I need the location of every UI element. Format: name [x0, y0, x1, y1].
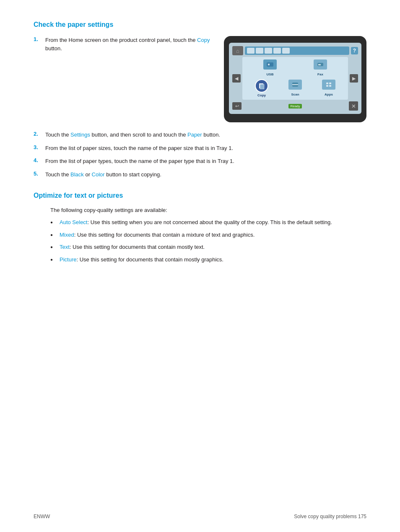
picture-link: Picture [60, 256, 76, 263]
bullet-text-1: Auto Select: Use this setting when you a… [60, 218, 332, 227]
apps-item: Apps [322, 80, 335, 97]
bullet-text-4: Picture: Use this setting for documents … [60, 256, 223, 264]
section1-content-row: 1. From the Home screen on the product c… [34, 36, 366, 122]
bullet-item-mixed: ● Mixed: Use this setting for documents … [50, 231, 366, 239]
bullet-dot-2: ● [50, 232, 56, 238]
black-link: Black [70, 171, 84, 178]
fax-label: Fax [317, 72, 323, 76]
svg-rect-5 [260, 84, 264, 89]
step-5: 5. Touch the Black or Color button to st… [34, 170, 366, 179]
step5-text: Touch the Black or Color button to start… [45, 170, 161, 179]
bullet-text-2: Mixed: Use this setting for documents th… [60, 231, 255, 239]
steps-2-5: 2. Touch the Settings button, and then s… [34, 131, 366, 178]
icon1 [247, 48, 255, 54]
left-arrow-btn[interactable]: ◀ [232, 74, 241, 83]
right-arrow-btn[interactable]: ▶ [350, 74, 358, 83]
step1-text: From the Home screen on the product cont… [45, 36, 216, 52]
step-2: 2. Touch the Settings button, and then s… [34, 131, 366, 139]
auto-select-link: Auto Select [60, 219, 88, 225]
bullet-text-3: Text: Use this setting for documents tha… [60, 243, 205, 251]
icon2 [256, 48, 263, 54]
printer-lcd-screen: ⌂ ? ◀ [229, 43, 361, 114]
apps-label: Apps [325, 93, 333, 96]
scan-item: Scan [288, 80, 302, 97]
step1-number: 1. [34, 36, 45, 42]
section2-intro: The following copy-quality settings are … [50, 207, 366, 213]
scan-label: Scan [291, 93, 299, 96]
ready-badge: Ready [288, 104, 301, 108]
settings-link: Settings [70, 132, 90, 138]
step-3: 3. From the list of paper sizes, touch t… [34, 144, 366, 152]
step3-number: 3. [34, 144, 45, 150]
copy-btn-circle[interactable] [255, 79, 268, 93]
paper-link: Paper [187, 132, 202, 138]
home-icon: ⌂ [232, 46, 243, 55]
section2-body: The following copy-quality settings are … [50, 207, 366, 263]
fax-icon [314, 59, 327, 70]
scan-icon [288, 80, 302, 90]
step3-text: From the list of paper sizes, touch the … [45, 144, 233, 152]
screen-app-grid: USB Fax [242, 57, 348, 100]
fax-item: Fax [314, 59, 327, 77]
section1-title: Check the paper settings [34, 21, 366, 28]
section1: Check the paper settings 1. From the Hom… [34, 21, 366, 178]
question-icon: ? [351, 47, 358, 54]
svg-rect-10 [326, 85, 328, 87]
screen-top-row: ⌂ ? [232, 46, 358, 55]
bullet-list: ● Auto Select: Use this setting when you… [50, 218, 366, 263]
svg-rect-1 [268, 64, 270, 65]
usb-icon [263, 59, 277, 70]
footer: ENWW Solve copy quality problems 175 [34, 514, 366, 519]
top-icon-bar [245, 46, 349, 55]
icon3 [265, 48, 272, 54]
copy-item: Copy [255, 79, 268, 97]
copy-link: Copy [197, 37, 210, 43]
footer-left: ENWW [34, 514, 50, 519]
svg-rect-3 [318, 64, 321, 65]
usb-item: USB [263, 59, 277, 77]
back-btn[interactable]: ↩ [232, 102, 242, 110]
bullet-dot-3: ● [50, 244, 56, 250]
step-4: 4. From the list of paper types, touch t… [34, 157, 366, 165]
step-1: 1. From the Home screen on the product c… [34, 36, 216, 52]
section2-title: Optimize for text or pictures [34, 192, 366, 199]
mixed-link: Mixed [60, 232, 74, 238]
footer-right: Solve copy quality problems 175 [294, 514, 366, 519]
bullet-item-picture: ● Picture: Use this setting for document… [50, 256, 366, 264]
color-link: Color [92, 171, 105, 178]
screen-bottom-row: ↩ Ready ✕ [232, 101, 358, 111]
step2-number: 2. [34, 131, 45, 137]
bullet-item-autoselect: ● Auto Select: Use this setting when you… [50, 218, 366, 227]
close-btn[interactable]: ✕ [349, 101, 358, 111]
step2-text: Touch the Settings button, and then scro… [45, 131, 220, 139]
usb-label: USB [267, 72, 274, 76]
step1-col: 1. From the Home screen on the product c… [34, 36, 224, 57]
section2: Optimize for text or pictures The follow… [34, 192, 366, 263]
icon5 [282, 48, 290, 54]
printer-mockup: ⌂ ? ◀ [224, 36, 366, 122]
svg-rect-0 [267, 62, 273, 67]
copy-label: Copy [255, 93, 268, 97]
bullet-dot-4: ● [50, 256, 56, 263]
bullet-dot-1: ● [50, 219, 56, 225]
bullet-item-text: ● Text: Use this setting for documents t… [50, 243, 366, 251]
svg-rect-9 [329, 83, 331, 84]
svg-rect-8 [326, 83, 328, 84]
step4-number: 4. [34, 157, 45, 163]
step4-text: From the list of paper types, touch the … [45, 157, 234, 165]
icon4 [273, 48, 281, 54]
text-link: Text [60, 244, 70, 250]
svg-rect-11 [329, 85, 331, 87]
printer-image: ⌂ ? ◀ [224, 36, 366, 122]
step5-number: 5. [34, 170, 45, 177]
apps-icon [322, 80, 335, 90]
